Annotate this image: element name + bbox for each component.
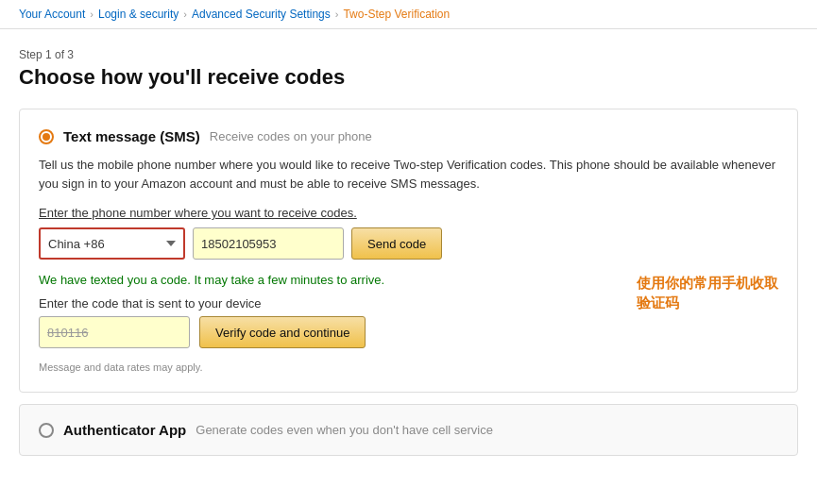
code-row: Verify code and continue bbox=[39, 316, 618, 348]
breadcrumb-login-security[interactable]: Login & security bbox=[98, 8, 179, 21]
breadcrumb-separator-2: › bbox=[183, 8, 187, 20]
country-select[interactable]: China +86 United States +1 United Kingdo… bbox=[39, 227, 185, 260]
auth-option-title: Authenticator App bbox=[63, 422, 186, 438]
main-content: Step 1 of 3 Choose how you'll receive co… bbox=[0, 29, 817, 486]
success-col: We have texted you a code. It may take a… bbox=[39, 273, 618, 361]
breadcrumb-separator-3: › bbox=[335, 8, 339, 20]
sms-option-title: Text message (SMS) bbox=[63, 128, 200, 144]
success-annotation-row: We have texted you a code. It may take a… bbox=[39, 273, 778, 361]
verify-button[interactable]: Verify code and continue bbox=[199, 316, 366, 348]
sms-radio-inner bbox=[43, 133, 50, 141]
sms-card: Text message (SMS) Receive codes on your… bbox=[19, 109, 798, 393]
enter-phone-label: Enter the phone number where you want to… bbox=[39, 206, 778, 220]
breadcrumb-separator-1: › bbox=[90, 8, 94, 20]
breadcrumb-your-account[interactable]: Your Account bbox=[19, 8, 85, 21]
auth-option-subtitle: Generate codes even when you don't have … bbox=[196, 423, 493, 437]
rates-text: Message and data rates may apply. bbox=[39, 361, 778, 373]
sms-description: Tell us the mobile phone number where yo… bbox=[39, 156, 778, 193]
success-message: We have texted you a code. It may take a… bbox=[39, 273, 618, 287]
page-title: Choose how you'll receive codes bbox=[19, 65, 798, 90]
breadcrumb-current: Two-Step Verification bbox=[343, 8, 450, 21]
sms-radio[interactable] bbox=[39, 129, 54, 144]
breadcrumb: Your Account › Login & security › Advanc… bbox=[0, 0, 817, 29]
phone-input[interactable] bbox=[193, 227, 344, 260]
code-input[interactable] bbox=[39, 316, 190, 348]
enter-code-label: Enter the code that is sent to your devi… bbox=[39, 296, 618, 311]
send-code-button[interactable]: Send code bbox=[351, 227, 442, 260]
sms-option-subtitle: Receive codes on your phone bbox=[210, 129, 372, 143]
annotation-text: 使用你的常用手机收取验证码 bbox=[637, 273, 778, 312]
phone-row: China +86 United States +1 United Kingdo… bbox=[39, 227, 778, 260]
step-label: Step 1 of 3 bbox=[19, 48, 798, 61]
auth-header: Authenticator App Generate codes even wh… bbox=[39, 422, 778, 438]
breadcrumb-advanced-security[interactable]: Advanced Security Settings bbox=[192, 8, 331, 21]
auth-radio[interactable] bbox=[39, 423, 54, 438]
auth-card: Authenticator App Generate codes even wh… bbox=[19, 404, 798, 456]
sms-option-header: Text message (SMS) Receive codes on your… bbox=[39, 128, 778, 144]
